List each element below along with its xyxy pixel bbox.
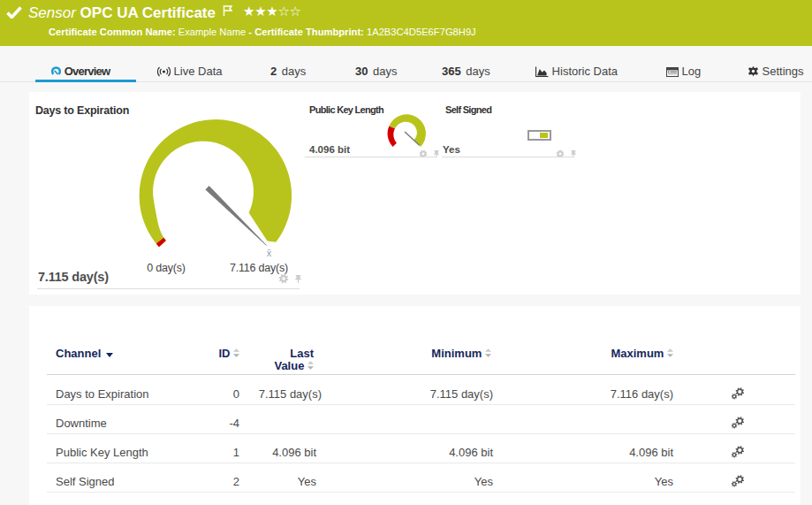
svg-text:x̄: x̄ — [267, 248, 272, 258]
